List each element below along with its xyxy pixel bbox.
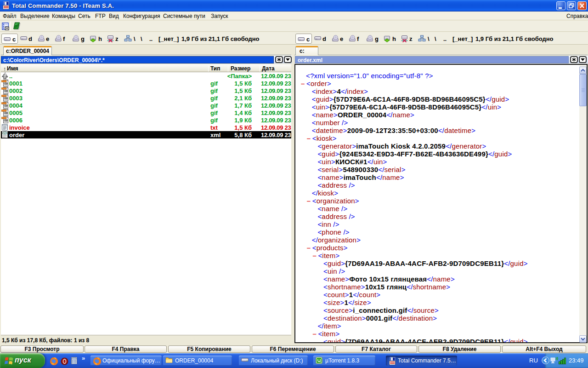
svg-text:<e>: <e> <box>3 132 7 134</box>
